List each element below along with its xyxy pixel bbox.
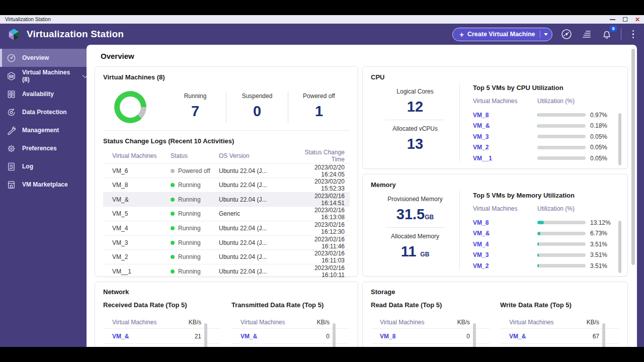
vm-link[interactable]: VM_3 [473, 133, 537, 140]
sidebar-item-overview[interactable]: Overview [0, 49, 87, 67]
storage-card: Storage Read Data Rate (Top 5) Virtual M… [362, 282, 628, 347]
cpu-top5-scrollbar[interactable] [618, 113, 621, 165]
utilization-bar [537, 232, 586, 235]
stat-label: Powered off [288, 93, 350, 100]
sidebar-item-log[interactable]: Log [0, 157, 87, 175]
minimize-button[interactable] [610, 19, 615, 20]
table-title: Write Data Rate (Top 5) [500, 301, 619, 309]
table-header-row: Virtual Machines KB/s [103, 316, 221, 328]
vm-os: Generic [219, 210, 293, 217]
notifications-bell-icon[interactable]: 9 [601, 28, 613, 40]
table-header-row: Virtual Machines KB/s [371, 316, 490, 328]
gauge-icon [7, 53, 16, 63]
stat-powered-off: Powered off 1 [288, 92, 350, 123]
status-logs-table: Virtual Machines Status OS Version Statu… [103, 149, 350, 278]
table-row: VM_2 Running Ubuntu 22.04 (J... 2023/02/… [103, 249, 350, 264]
availability-icon [7, 89, 16, 99]
sidebar-item-data-protection[interactable]: Data Protection [0, 103, 87, 121]
vm-status: Running [171, 182, 219, 189]
background-tasks-icon[interactable] [581, 28, 593, 40]
column-header: KB/s [300, 319, 330, 326]
utilization-bar [537, 124, 586, 128]
table-row: VM_3 3.51% [473, 250, 619, 261]
sidebar-item-vm-marketplace[interactable]: VM Marketplace [0, 175, 87, 194]
rate-value: 21 [172, 333, 201, 340]
app-header: Virtualization Station + Create Virtual … [0, 24, 644, 45]
button-divider [540, 31, 540, 38]
column-header: Virtual Machines [240, 319, 300, 326]
vm-link[interactable]: VM_& [509, 333, 570, 340]
memory-top5-scrollbar[interactable] [618, 221, 621, 273]
vm-link[interactable]: VM_& [473, 230, 537, 237]
stat-running: Running 7 [165, 92, 226, 123]
column-header: KB/s [172, 319, 201, 326]
table-row: VM_& 0 [371, 343, 490, 347]
metric-value: 13 [371, 136, 459, 152]
utilization-bar [537, 135, 586, 138]
utilization-value: 13.12% [586, 219, 619, 226]
vm-link[interactable]: VM_2 [473, 144, 537, 151]
write-table-scrollbar[interactable] [602, 323, 605, 347]
vm-link[interactable]: VM_4 [473, 241, 537, 248]
vm-link[interactable]: VM_8 [473, 219, 537, 226]
memory-card-title: Memory [371, 181, 619, 189]
main-scrollbar[interactable] [631, 49, 635, 265]
utilization-value: 3.51% [586, 262, 619, 269]
status-dot-icon [171, 269, 175, 274]
vm-link[interactable]: VM_2 [473, 262, 537, 269]
table-header-row: Virtual Machines Utilization (%) [473, 205, 619, 212]
gear-icon [7, 144, 16, 153]
vm-link[interactable]: VM_8 [473, 112, 537, 119]
stat-value: 0 [226, 103, 288, 120]
metric-unit: GB [425, 214, 434, 221]
vm-status-time: 2023/02/16 16:11:03 [293, 250, 345, 264]
metric-unit: GB [420, 251, 429, 258]
stat-label: Running [165, 93, 226, 100]
status-logs-title: Status Change Logs (Recent 10 Activities… [103, 137, 350, 145]
vm-status-time: 2023/02/20 15:52:33 [293, 178, 345, 192]
vm-status: Running [171, 196, 219, 203]
close-button[interactable]: ✕ [635, 17, 640, 22]
maximize-button[interactable] [623, 17, 627, 22]
vm-os: Ubuntu 22.04 (J... [219, 167, 293, 174]
vm-link[interactable]: VM_8 [380, 333, 441, 340]
vm-link[interactable]: VM_& [112, 333, 172, 340]
vm-link[interactable]: VM__1 [473, 155, 537, 162]
stat-label: Suspended [226, 93, 288, 100]
column-header: Virtual Machines [112, 152, 171, 159]
performance-gauge-icon[interactable] [560, 28, 573, 40]
column-header: Status Change Time [293, 149, 345, 163]
table-row: VM_& 67 [500, 328, 619, 343]
sidebar-item-management[interactable]: Management [0, 121, 87, 139]
received-table-scrollbar[interactable] [204, 323, 207, 347]
stat-value: 1 [288, 103, 350, 120]
vm-status-donut-chart [114, 91, 146, 123]
sidebar-item-availability[interactable]: Availability [0, 85, 87, 103]
table-row: VM_8 0 [500, 343, 619, 347]
sidebar-item-virtual-machines[interactable]: Virtual Machines (8) [0, 67, 87, 85]
vm-status: Running [171, 239, 219, 246]
create-virtual-machine-button[interactable]: + Create Virtual Machine [452, 28, 552, 41]
vm-os: Ubuntu 22.04 (J... [219, 225, 293, 232]
status-dot-icon [171, 241, 175, 245]
vm-link[interactable]: VM_3 [473, 251, 537, 258]
vm-link[interactable]: VM_& [473, 122, 537, 129]
data-protection-icon [7, 108, 16, 117]
read-table-scrollbar[interactable] [473, 323, 476, 347]
table-title: Transmitted Data Rate (Top 5) [231, 301, 350, 309]
chevron-down-icon[interactable] [544, 33, 548, 36]
vm-name: VM_3 [112, 239, 171, 246]
table-row: VM_3 Running Ubuntu 22.04 (J... 2023/02/… [103, 235, 350, 250]
transmitted-table-scrollbar[interactable] [333, 323, 336, 347]
vm-link[interactable]: VM_& [240, 333, 300, 340]
utilization-bar [537, 264, 586, 267]
status-dot-icon [171, 255, 175, 259]
more-menu-icon[interactable] [629, 29, 637, 40]
utilization-bar [537, 113, 586, 117]
marketplace-icon [7, 180, 16, 190]
plus-icon: + [459, 30, 464, 39]
vm-status: Running [171, 268, 219, 275]
vm-os: Ubuntu 22.04 (J... [219, 182, 293, 189]
sidebar-item-preferences[interactable]: Preferences [0, 139, 87, 157]
status-dot-icon [171, 226, 175, 230]
